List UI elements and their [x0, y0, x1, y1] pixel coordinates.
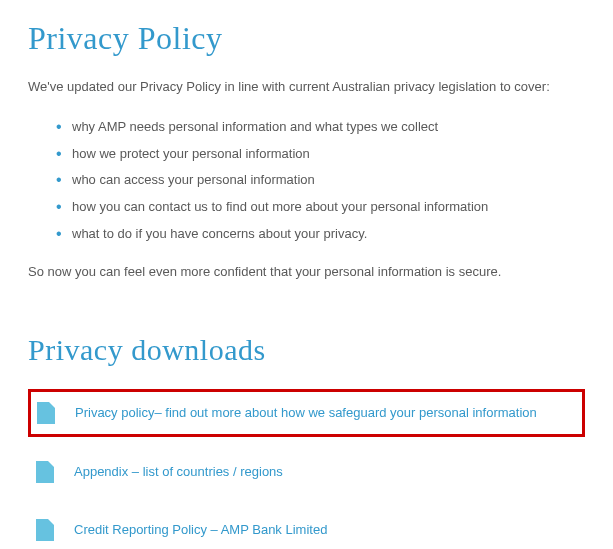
list-item: what to do if you have concerns about yo…	[56, 221, 585, 248]
download-link[interactable]: Privacy policy– find out more about how …	[75, 403, 537, 423]
download-link[interactable]: Credit Reporting Policy – AMP Bank Limit…	[74, 520, 327, 540]
outro-paragraph: So now you can feel even more confident …	[28, 262, 585, 283]
list-item: why AMP needs personal information and w…	[56, 114, 585, 141]
file-icon	[36, 519, 54, 541]
download-link[interactable]: Appendix – list of countries / regions	[74, 462, 283, 482]
list-item: how we protect your personal information	[56, 141, 585, 168]
file-icon	[37, 402, 55, 424]
list-item: how you can contact us to find out more …	[56, 194, 585, 221]
bullet-list: why AMP needs personal information and w…	[28, 114, 585, 248]
page-title: Privacy Policy	[28, 20, 585, 57]
list-item: who can access your personal information	[56, 167, 585, 194]
download-item-privacy-policy[interactable]: Privacy policy– find out more about how …	[28, 389, 585, 437]
downloads-heading: Privacy downloads	[28, 333, 585, 367]
download-item-appendix[interactable]: Appendix – list of countries / regions	[28, 449, 585, 495]
intro-paragraph: We've updated our Privacy Policy in line…	[28, 77, 585, 98]
download-item-credit-reporting[interactable]: Credit Reporting Policy – AMP Bank Limit…	[28, 507, 585, 549]
file-icon	[36, 461, 54, 483]
